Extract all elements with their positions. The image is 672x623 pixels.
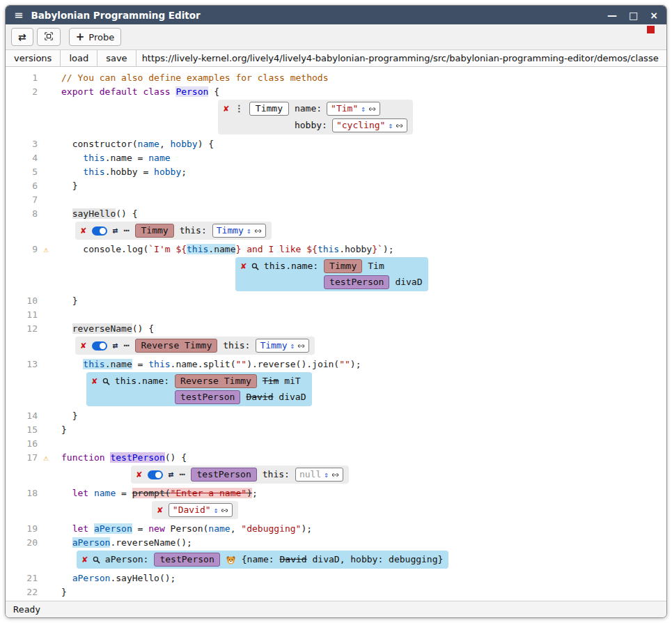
probe-values: David divaD <box>246 390 306 404</box>
code-line[interactable]: } <box>61 179 666 193</box>
swap-example-icon[interactable]: ⇄ <box>113 339 118 353</box>
maximize-button[interactable]: □ <box>629 10 638 20</box>
code-line[interactable] <box>61 437 666 451</box>
code-token: ; <box>252 488 258 498</box>
code-token: , <box>230 523 242 534</box>
delete-widget-icon[interactable]: ✘ <box>241 261 247 272</box>
delete-widget-icon[interactable]: ✘ <box>136 469 142 481</box>
line-number: 21 <box>6 571 38 585</box>
swap-example-icon[interactable]: ⇄ <box>169 468 174 482</box>
warning-icon <box>38 357 54 371</box>
code-line[interactable]: constructor(name, hobby) { <box>61 137 666 151</box>
probe-magnifier-icon <box>102 377 111 386</box>
select-value: "Tim" <box>331 102 358 115</box>
drag-handle-icon[interactable]: ⋮ <box>235 103 244 115</box>
line-gutter: 16 <box>6 437 56 451</box>
code-line[interactable]: this.hobby = hobby; <box>61 165 666 179</box>
notification-indicator <box>647 26 655 33</box>
code-line[interactable]: aPerson.reverseName(); <box>61 536 666 550</box>
code-token: } <box>61 180 77 191</box>
code-row: 19 let aPerson = new Person(name, "debug… <box>6 522 666 536</box>
line-gutter: 15 <box>6 423 56 437</box>
line-gutter: 20 <box>6 536 56 550</box>
code-line[interactable] <box>61 308 666 322</box>
code-line[interactable]: this.name = name <box>61 151 666 165</box>
example-badge[interactable]: Reverse Timmy <box>135 339 217 353</box>
hamburger-menu-icon[interactable]: ≡ <box>14 10 23 21</box>
warning-icon: ⚠ <box>38 243 54 256</box>
code-token <box>61 323 72 334</box>
this-label: this: <box>263 468 290 482</box>
link-icon <box>368 105 376 113</box>
toggle-on-icon[interactable] <box>92 341 107 351</box>
code-line[interactable]: } <box>61 409 666 423</box>
swap-button[interactable]: ⇄ <box>11 28 33 46</box>
value-select-dropdown[interactable]: "Tim"⇕ <box>327 102 380 116</box>
example-badge[interactable]: Timmy <box>135 224 173 238</box>
delete-widget-icon[interactable]: ✘ <box>81 225 86 237</box>
code-line[interactable]: aPerson.sayHello(); <box>61 571 666 585</box>
line-number: 8 <box>6 207 38 221</box>
warning-icon <box>38 207 54 221</box>
versions-button[interactable]: versions <box>6 50 61 66</box>
example-badge[interactable]: testPerson <box>191 468 256 482</box>
code-token: } <box>61 587 67 597</box>
code-token: this <box>148 359 170 369</box>
code-line[interactable]: } <box>61 423 666 437</box>
code-line[interactable]: export default class Person { <box>61 85 666 99</box>
code-token: .name <box>208 244 235 254</box>
value-select-dropdown[interactable]: Timmy⇕ <box>212 224 266 238</box>
code-token: () { <box>132 323 154 334</box>
code-token: sayHello <box>72 208 116 219</box>
warning-icon <box>38 423 54 437</box>
code-editor[interactable]: 1// You can also define examples for cla… <box>6 67 666 601</box>
value-select-dropdown[interactable]: Timmy⇕ <box>256 339 309 353</box>
this-label: this: <box>180 224 207 238</box>
toggle-on-icon[interactable] <box>92 226 107 236</box>
add-probe-button[interactable]: + Probe <box>69 28 121 46</box>
code-line[interactable]: } <box>61 294 666 308</box>
delete-widget-icon[interactable]: ✘ <box>82 554 88 566</box>
select-value: "David" <box>173 504 211 516</box>
minimize-button[interactable]: — <box>607 10 617 20</box>
delete-widget-icon[interactable]: ✘ <box>224 103 229 115</box>
code-line[interactable]: let aPerson = new Person(name, "debuggin… <box>61 522 666 536</box>
load-button[interactable]: load <box>61 50 97 66</box>
code-token: , <box>159 139 171 149</box>
value-select-dropdown[interactable]: "David"⇕ <box>169 503 233 517</box>
code-line[interactable]: reverseName() { <box>61 322 666 336</box>
link-icon <box>221 507 228 514</box>
code-row: 4 this.name = name <box>6 151 666 165</box>
example-name-input[interactable]: Timmy <box>249 102 289 116</box>
code-row: 1// You can also define examples for cla… <box>6 71 666 85</box>
widget-row: ✘this.name:Reverse TimmyTim miTtestPerso… <box>6 371 666 409</box>
more-options-icon[interactable]: ⋯ <box>180 468 186 482</box>
titlebar[interactable]: ≡ Babylonian Programming Editor — □ × <box>6 6 666 24</box>
url-input[interactable]: https://lively-kernel.org/lively4/lively… <box>136 50 666 66</box>
code-line[interactable]: this.name = this.name.split("").reverse(… <box>61 357 666 371</box>
code-line[interactable]: sayHello() { <box>61 207 666 221</box>
delete-widget-icon[interactable]: ✘ <box>92 376 97 387</box>
field-label: name: <box>295 102 322 116</box>
delete-widget-icon[interactable]: ✘ <box>81 340 86 352</box>
value-select-dropdown[interactable]: null⇕ <box>295 468 343 482</box>
more-options-icon[interactable]: ⋯ <box>124 224 130 238</box>
line-number: 22 <box>6 585 38 599</box>
code-line[interactable]: // You can also define examples for clas… <box>61 71 666 85</box>
code-token: } <box>61 424 67 435</box>
frame-button[interactable] <box>37 28 61 46</box>
code-line[interactable]: function testPerson() { <box>61 451 666 465</box>
code-token: { <box>208 86 219 97</box>
save-button[interactable]: save <box>97 50 136 66</box>
toggle-on-icon[interactable] <box>148 470 163 479</box>
more-options-icon[interactable]: ⋯ <box>124 339 130 353</box>
code-line[interactable] <box>61 193 666 207</box>
code-line[interactable]: console.log(`I'm ${this.name} and I like… <box>61 243 666 256</box>
code-token: name <box>94 488 116 498</box>
code-line[interactable]: let name = prompt("Enter a name"); <box>61 486 666 500</box>
close-button[interactable]: × <box>650 10 658 20</box>
value-select-dropdown[interactable]: "cycling"⇕ <box>332 118 407 132</box>
code-line[interactable]: } <box>61 585 666 599</box>
delete-widget-icon[interactable]: ✘ <box>157 505 163 516</box>
swap-example-icon[interactable]: ⇄ <box>113 224 118 238</box>
